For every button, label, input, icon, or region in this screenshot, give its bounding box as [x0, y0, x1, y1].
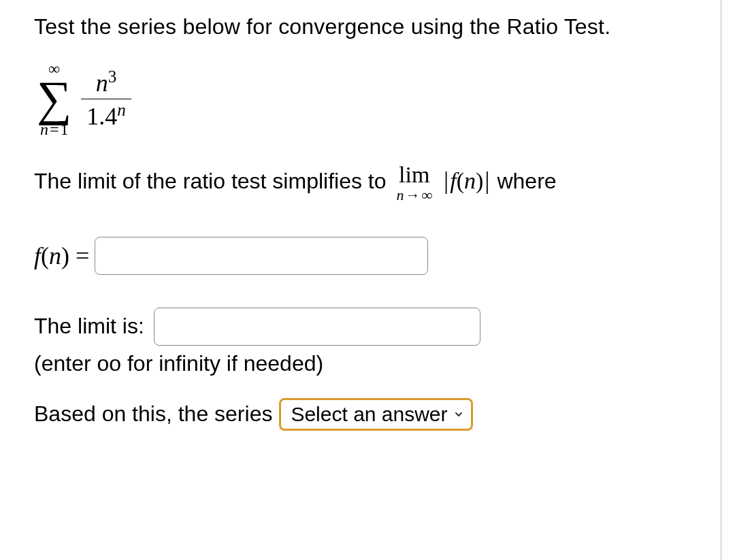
conclusion-row: Based on this, the series Select an answ…: [34, 398, 701, 431]
den-exp: n: [117, 101, 126, 119]
limit-input[interactable]: [154, 308, 480, 346]
series-conclusion-select[interactable]: Select an answer: [279, 398, 472, 431]
lim-sub-arrow: →: [404, 186, 421, 203]
fraction-denominator: 1.4n: [81, 99, 131, 131]
sigma-lower: n=1: [40, 121, 69, 137]
num-base: n: [96, 69, 108, 97]
sigma-lower-val: 1: [60, 120, 68, 138]
series-expression: ∞ ∑ n=1 n3 1.4n: [37, 61, 701, 137]
prompt-text: Test the series below for convergence us…: [34, 12, 701, 42]
fn-input-row: f(n) =: [34, 237, 701, 275]
conclusion-pre: Based on this, the series: [34, 401, 272, 427]
fofn-f: f: [450, 168, 456, 193]
num-exp: 3: [108, 67, 117, 86]
fn-input[interactable]: [95, 237, 428, 275]
limit-post-text: where: [497, 169, 556, 193]
lim-sub-var: n: [396, 186, 404, 203]
limit-is-label: The limit is:: [34, 314, 144, 339]
fofn-open: (: [457, 168, 464, 193]
sigma-notation: ∞ ∑ n=1: [37, 61, 71, 137]
sigma-symbol: ∑: [37, 77, 71, 121]
fofn-var: n: [464, 168, 476, 193]
fn-open: (: [41, 242, 49, 269]
chevron-down-icon: [453, 409, 464, 420]
abs-close: |: [483, 167, 491, 194]
fn-label: f(n) =: [34, 242, 89, 270]
series-fraction: n3 1.4n: [81, 67, 131, 131]
abs-open: |: [442, 167, 450, 194]
sigma-lower-var: n: [40, 120, 48, 138]
fn-f: f: [34, 242, 41, 269]
f-of-n: f(n): [450, 168, 483, 193]
fraction-numerator: n3: [91, 67, 122, 99]
lim-word: lim: [399, 163, 429, 186]
fofn-close: ): [476, 168, 483, 193]
limit-value-row: The limit is:: [34, 308, 701, 346]
select-placeholder: Select an answer: [291, 403, 447, 426]
lim-sub-inf: ∞: [421, 186, 432, 203]
right-divider: [721, 0, 721, 560]
fn-var: n: [49, 242, 61, 269]
limit-expression: lim n→∞: [396, 163, 432, 203]
input-hint: (enter oo for infinity if needed): [34, 351, 701, 376]
sigma-lower-eq: =: [48, 120, 61, 138]
fn-eq: =: [69, 242, 89, 269]
limit-pre-text: The limit of the ratio test simplifies t…: [34, 169, 392, 193]
fn-close: ): [61, 242, 69, 269]
lim-subscript: n→∞: [396, 188, 432, 203]
limit-sentence: The limit of the ratio test simplifies t…: [34, 163, 701, 203]
den-base: 1.4: [86, 103, 117, 130]
